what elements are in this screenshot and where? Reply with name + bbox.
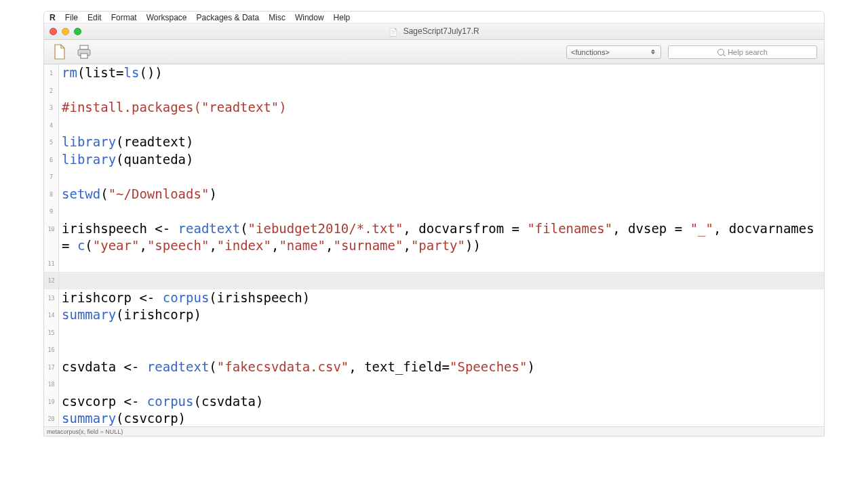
line-content[interactable]: summary(irishcorp) <box>59 306 824 324</box>
code-line[interactable]: 11 <box>44 255 824 272</box>
toolbar: <functions> Help search <box>44 40 824 64</box>
line-content[interactable] <box>59 117 824 134</box>
line-number: 12 <box>44 272 59 289</box>
line-content[interactable] <box>59 203 824 220</box>
line-content[interactable] <box>59 375 824 393</box>
code-line[interactable]: 17csvdata <- readtext("fakecsvdata.csv",… <box>44 359 824 376</box>
line-content[interactable]: setwd("~/Downloads") <box>59 186 824 203</box>
line-content[interactable]: csvdata <- readtext("fakecsvdata.csv", t… <box>59 359 824 376</box>
line-number: 13 <box>44 289 59 307</box>
line-number: 15 <box>44 324 59 342</box>
code-line[interactable]: 6library(quanteda) <box>44 151 824 169</box>
menu-logo[interactable]: R <box>50 13 56 22</box>
minimize-icon[interactable] <box>62 28 69 35</box>
code-line[interactable]: 20summary(csvcorp) <box>44 410 824 426</box>
code-line[interactable]: 18 <box>44 375 824 393</box>
print-button[interactable] <box>75 42 93 62</box>
menu-packages[interactable]: Packages & Data <box>197 13 260 22</box>
help-search-placeholder: Help search <box>728 48 768 56</box>
window-title: 📄 SageScript7July17.R <box>44 26 824 36</box>
titlebar: 📄 SageScript7July17.R <box>44 24 824 40</box>
code-line[interactable]: 7 <box>44 168 824 186</box>
line-content[interactable]: irishspeech <- readtext("iebudget2010/*.… <box>59 220 824 255</box>
menu-format[interactable]: Format <box>111 13 137 22</box>
code-line[interactable]: 9 <box>44 203 824 220</box>
zoom-icon[interactable] <box>74 28 81 35</box>
code-line[interactable]: 10irishspeech <- readtext("iebudget2010/… <box>44 220 824 255</box>
code-line[interactable]: 5library(readtext) <box>44 134 824 151</box>
code-line[interactable]: 8setwd("~/Downloads") <box>44 186 824 203</box>
menu-misc[interactable]: Misc <box>269 13 285 22</box>
help-search-input[interactable]: Help search <box>668 45 817 59</box>
line-content[interactable] <box>59 272 824 289</box>
line-number: 16 <box>44 341 59 359</box>
line-number: 2 <box>44 82 59 100</box>
code-line[interactable]: 14summary(irishcorp) <box>44 306 824 324</box>
line-content[interactable] <box>59 324 824 342</box>
svg-rect-0 <box>80 45 88 49</box>
line-number: 9 <box>44 203 59 220</box>
window-controls <box>44 28 81 35</box>
line-number: 1 <box>44 64 59 82</box>
code-line[interactable]: 12 <box>44 272 824 289</box>
menu-help[interactable]: Help <box>334 13 351 22</box>
menu-edit[interactable]: Edit <box>87 13 102 22</box>
line-content[interactable] <box>59 341 824 359</box>
code-line[interactable]: 16 <box>44 341 824 359</box>
menu-workspace[interactable]: Workspace <box>146 13 187 22</box>
line-content[interactable] <box>59 168 824 186</box>
window-title-text: SageScript7July17.R <box>403 26 479 36</box>
line-number: 3 <box>44 99 59 117</box>
line-number: 17 <box>44 359 59 376</box>
functions-dropdown[interactable]: <functions> <box>566 45 661 59</box>
line-number: 7 <box>44 168 59 186</box>
line-number: 18 <box>44 375 59 393</box>
code-line[interactable]: 19csvcorp <- corpus(csvdata) <box>44 393 824 411</box>
line-number: 8 <box>44 186 59 203</box>
line-number: 10 <box>44 220 59 255</box>
code-line[interactable]: 13irishcorp <- corpus(irishspeech) <box>44 289 824 307</box>
line-number: 11 <box>44 255 59 272</box>
document-icon: 📄 <box>389 28 398 37</box>
line-number: 14 <box>44 306 59 324</box>
line-content[interactable]: rm(list=ls()) <box>59 64 824 82</box>
app-window: R File Edit Format Workspace Packages & … <box>43 11 825 436</box>
code-line[interactable]: 3#install.packages("readtext") <box>44 99 824 117</box>
status-bar: metacorpus(x, field = NULL) <box>44 426 824 436</box>
line-content[interactable]: library(quanteda) <box>59 151 824 169</box>
line-number: 19 <box>44 393 59 411</box>
chevron-updown-icon <box>648 47 658 57</box>
code-line[interactable]: 2 <box>44 82 824 100</box>
line-number: 6 <box>44 151 59 169</box>
code-line[interactable]: 4 <box>44 117 824 134</box>
search-icon <box>717 49 724 56</box>
line-content[interactable]: csvcorp <- corpus(csvdata) <box>59 393 824 411</box>
code-line[interactable]: 15 <box>44 324 824 342</box>
svg-rect-2 <box>81 54 87 58</box>
menu-window[interactable]: Window <box>295 13 324 22</box>
menu-file[interactable]: File <box>65 13 78 22</box>
status-text: metacorpus(x, field = NULL) <box>47 428 123 435</box>
line-number: 5 <box>44 134 59 151</box>
code-line[interactable]: 1rm(list=ls()) <box>44 64 824 82</box>
line-content[interactable]: #install.packages("readtext") <box>59 99 824 117</box>
line-content[interactable]: library(readtext) <box>59 134 824 151</box>
line-number: 4 <box>44 117 59 134</box>
line-content[interactable] <box>59 255 824 272</box>
line-content[interactable]: summary(csvcorp) <box>59 410 824 426</box>
line-number: 20 <box>44 410 59 426</box>
close-icon[interactable] <box>50 28 57 35</box>
functions-dropdown-label: <functions> <box>571 48 610 56</box>
line-content[interactable] <box>59 82 824 100</box>
code-editor[interactable]: 1rm(list=ls())2 3#install.packages("read… <box>44 64 824 426</box>
menubar: R File Edit Format Workspace Packages & … <box>44 12 824 24</box>
new-file-button[interactable] <box>51 42 68 62</box>
line-content[interactable]: irishcorp <- corpus(irishspeech) <box>59 289 824 307</box>
